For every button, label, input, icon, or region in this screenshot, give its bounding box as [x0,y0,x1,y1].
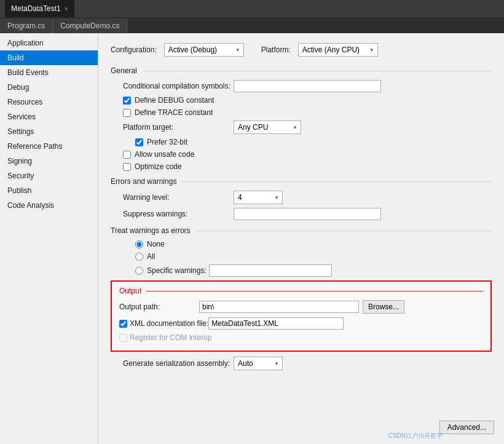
xml-doc-checkbox[interactable] [119,320,127,328]
tab-compute-demo-cs[interactable]: ComputeDemo.cs [53,18,127,33]
warning-level-select-wrapper: 4 0 1 2 3 [234,191,283,204]
sidebar-item-code-analysis[interactable]: Code Analysis [0,198,98,213]
treat-warnings-section-header: Treat warnings as errors [111,226,492,235]
sidebar-item-settings[interactable]: Settings [0,124,98,139]
conditional-compilation-input[interactable] [234,80,381,92]
optimize-code-row: Optimize code [111,162,492,171]
define-trace-checkbox[interactable] [123,109,131,117]
sidebar-item-reference-paths[interactable]: Reference Paths [0,139,98,154]
suppress-warnings-label: Suppress warnings: [123,210,234,218]
title-bar: MetaDataTest1 × [0,0,504,17]
treat-warnings-specific-label: Specific warnings: [147,266,207,275]
treat-warnings-specific-radio[interactable] [135,267,143,275]
watermark: CSDN江户川开星宇 [388,432,443,440]
output-section: Output Output path: Browse... XML docume… [111,280,492,352]
platform-label: Platform: [261,46,291,54]
register-com-checkbox[interactable] [119,334,127,342]
sidebar-item-security[interactable]: Security [0,168,98,183]
warning-level-label: Warning level: [123,193,234,202]
platform-target-row: Platform target: Any CPU x86 x64 [111,121,492,134]
xml-doc-label: XML documentation file: [130,319,208,328]
output-path-row: Output path: Browse... [119,300,483,314]
sidebar-item-build[interactable]: Build [0,50,98,65]
treat-warnings-specific-row: Specific warnings: [111,264,492,277]
define-debug-checkbox[interactable] [123,97,131,105]
suppress-warnings-row: Suppress warnings: [111,208,492,220]
sidebar-item-build-events[interactable]: Build Events [0,65,98,80]
define-debug-label: Define DEBUG constant [135,96,214,105]
browse-button[interactable]: Browse... [363,300,404,314]
platform-target-select-wrapper: Any CPU x86 x64 [234,121,301,134]
xml-doc-input[interactable] [208,317,344,330]
sidebar-item-signing[interactable]: Signing [0,154,98,168]
conditional-compilation-row: Conditional compilation symbols: [111,80,492,92]
configuration-select-wrapper: Active (Debug) Debug Release All Configu… [164,43,244,57]
generate-serialization-select[interactable]: Auto On Off [234,357,283,370]
prefer-32bit-label: Prefer 32-bit [147,138,187,146]
prefer-32bit-row: Prefer 32-bit [111,138,492,146]
close-tab-icon[interactable]: × [65,6,68,12]
sidebar-item-publish[interactable]: Publish [0,183,98,198]
sidebar-item-services[interactable]: Services [0,109,98,124]
register-com-row: Register for COM interop [119,333,483,342]
errors-warnings-section-header: Errors and warnings [111,177,492,186]
treat-warnings-all-row: All [111,252,492,261]
specific-warnings-input[interactable] [209,264,332,277]
define-trace-label: Define TRACE constant [135,108,213,117]
optimize-code-checkbox[interactable] [123,163,131,171]
allow-unsafe-row: Allow unsafe code [111,150,492,159]
main-container: Application Build Build Events Debug Res… [0,33,504,444]
xml-doc-row: XML documentation file: [119,317,483,330]
optimize-code-label: Optimize code [135,162,182,171]
output-section-header: Output [119,287,483,295]
configuration-label: Configuration: [111,46,157,54]
warning-level-row: Warning level: 4 0 1 2 3 [111,191,492,204]
configuration-select[interactable]: Active (Debug) Debug Release All Configu… [164,43,244,57]
generate-serialization-row: Generate serialization assembly: Auto On… [111,357,492,370]
output-path-input[interactable] [199,301,359,313]
warning-level-select[interactable]: 4 0 1 2 3 [234,191,283,204]
treat-warnings-none-row: None [111,240,492,248]
prefer-32bit-checkbox[interactable] [135,138,143,146]
sidebar: Application Build Build Events Debug Res… [0,33,98,444]
treat-warnings-all-radio[interactable] [135,253,143,261]
allow-unsafe-label: Allow unsafe code [135,150,194,159]
register-com-label: Register for COM interop [130,333,211,342]
suppress-warnings-input[interactable] [234,208,381,220]
platform-target-label: Platform target: [123,123,234,132]
generate-serialization-select-wrapper: Auto On Off [234,357,283,370]
treat-warnings-all-label: All [147,252,155,261]
sidebar-item-resources[interactable]: Resources [0,95,98,109]
advanced-button[interactable]: Advanced... [439,421,494,434]
output-path-label: Output path: [119,303,199,311]
generate-serialization-label: Generate serialization assembly: [123,359,234,368]
editor-tabs-bar: Program.cs ComputeDemo.cs [0,17,504,33]
project-tab[interactable]: MetaDataTest1 × [5,0,74,17]
platform-select[interactable]: Active (Any CPU) Any CPU x86 x64 [298,43,378,57]
tab-program-cs[interactable]: Program.cs [0,18,53,33]
conditional-compilation-label: Conditional compilation symbols: [123,82,234,90]
treat-warnings-none-radio[interactable] [135,240,143,248]
define-debug-row: Define DEBUG constant [111,96,492,105]
project-tab-label: MetaDataTest1 [11,4,61,13]
define-trace-row: Define TRACE constant [111,108,492,117]
config-platform-row: Configuration: Active (Debug) Debug Rele… [111,43,492,57]
sidebar-item-debug[interactable]: Debug [0,80,98,95]
allow-unsafe-checkbox[interactable] [123,151,131,159]
platform-select-wrapper: Active (Any CPU) Any CPU x86 x64 [298,43,378,57]
treat-warnings-none-label: None [147,240,165,248]
general-section-header: General [111,66,492,75]
platform-target-select[interactable]: Any CPU x86 x64 [234,121,301,134]
content-area: Configuration: Active (Debug) Debug Rele… [98,33,504,444]
sidebar-item-application[interactable]: Application [0,36,98,50]
